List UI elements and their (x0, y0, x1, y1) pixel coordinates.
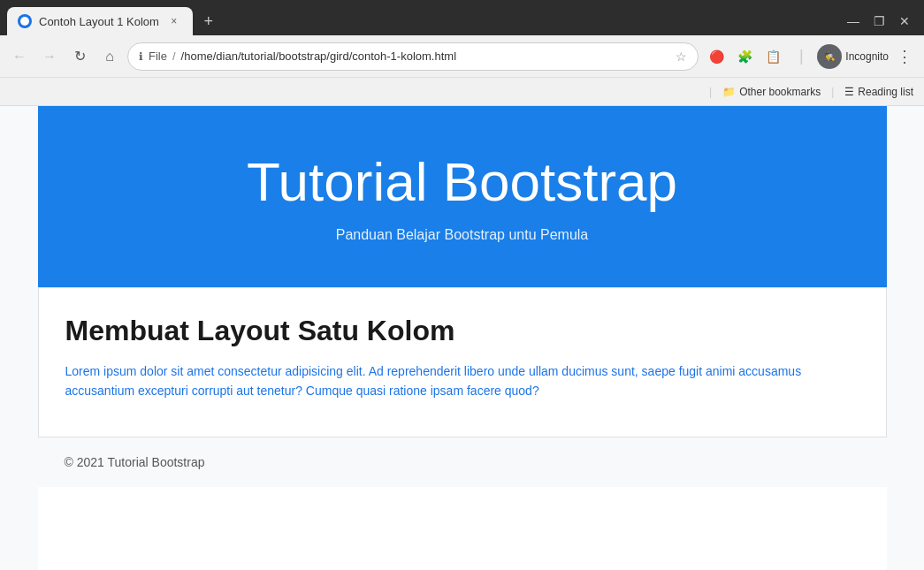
page-footer: © 2021 Tutorial Bootstrap (38, 437, 887, 487)
close-window-button[interactable]: ✕ (899, 14, 910, 28)
bookmarks-divider2: | (831, 86, 834, 98)
active-tab[interactable]: Contoh Layout 1 Kolom × (7, 7, 193, 35)
content-section: Membuat Layout Satu Kolom Lorem ipsum do… (38, 287, 887, 437)
profile-avatar[interactable]: 🕵 (817, 44, 842, 69)
other-bookmarks-label: Other bookmarks (739, 86, 821, 98)
extension1-icon[interactable]: 🔴 (704, 44, 729, 69)
other-bookmarks-link[interactable]: 📁 Other bookmarks (722, 86, 821, 98)
extension3-icon[interactable]: 📋 (760, 44, 785, 69)
address-bar: ← → ↻ ⌂ ℹ File / /home/dian/tutorial/boo… (0, 35, 924, 78)
menu-button[interactable]: ⋮ (892, 44, 917, 69)
minimize-button[interactable]: — (847, 14, 859, 28)
home-button[interactable]: ⌂ (97, 44, 122, 69)
web-content: Tutorial Bootstrap Panduan Belajar Boots… (0, 106, 924, 570)
bookmark-star-icon[interactable]: ☆ (676, 49, 687, 64)
folder-icon: 📁 (722, 86, 736, 98)
content-heading: Membuat Layout Satu Kolom (65, 315, 859, 347)
back-button[interactable]: ← (7, 44, 32, 69)
url-bar[interactable]: ℹ File / /home/dian/tutorial/bootstrap/g… (127, 42, 699, 71)
reading-list-link[interactable]: ☰ Reading list (844, 86, 913, 98)
hero-title: Tutorial Bootstrap (65, 150, 860, 213)
reading-list-label: Reading list (858, 86, 913, 98)
tab-bar: Contoh Layout 1 Kolom × + — ❐ ✕ (0, 0, 924, 35)
content-body: Lorem ipsum dolor sit amet consectetur a… (65, 361, 859, 401)
hero-subtitle: Panduan Belajar Bootstrap untu Pemula (65, 227, 860, 243)
tab-favicon (18, 14, 32, 28)
maximize-button[interactable]: ❐ (874, 14, 885, 28)
browser-chrome: Contoh Layout 1 Kolom × + — ❐ ✕ ← → ↻ ⌂ … (0, 0, 924, 106)
url-path: /home/dian/tutorial/bootstrap/gird/conto… (181, 49, 671, 63)
page-wrapper: Tutorial Bootstrap Panduan Belajar Boots… (38, 106, 887, 570)
url-file-label: File (149, 49, 167, 63)
info-icon: ℹ (139, 50, 143, 63)
tab-close-button[interactable]: × (166, 13, 182, 29)
incognito-text: Incognito (845, 50, 889, 63)
reading-list-icon: ☰ (844, 86, 854, 98)
incognito-label: 🕵 (824, 51, 835, 61)
bookmarks-bar: | 📁 Other bookmarks | ☰ Reading list (0, 78, 924, 106)
new-tab-button[interactable]: + (196, 9, 221, 34)
url-separator: / (172, 49, 176, 63)
hero-section: Tutorial Bootstrap Panduan Belajar Boots… (38, 106, 887, 287)
extension2-icon[interactable]: 🧩 (732, 44, 757, 69)
forward-button[interactable]: → (37, 44, 62, 69)
window-controls: — ❐ ✕ (847, 14, 917, 28)
footer-text: © 2021 Tutorial Bootstrap (65, 455, 205, 469)
vertical-divider: | (789, 44, 813, 69)
refresh-button[interactable]: ↻ (67, 44, 92, 69)
toolbar-icons: 🔴 🧩 📋 | 🕵 Incognito ⋮ (704, 44, 917, 69)
tab-title: Contoh Layout 1 Kolom (39, 15, 159, 28)
bookmarks-divider: | (709, 86, 712, 98)
